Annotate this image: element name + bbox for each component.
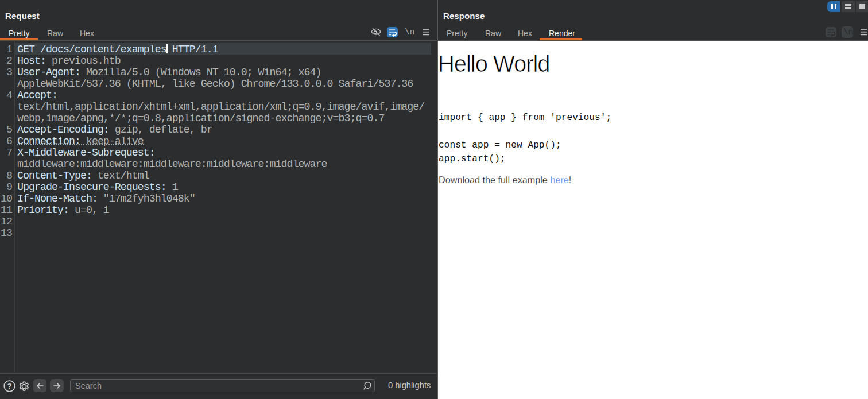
svg-text:?: ? <box>7 382 11 390</box>
